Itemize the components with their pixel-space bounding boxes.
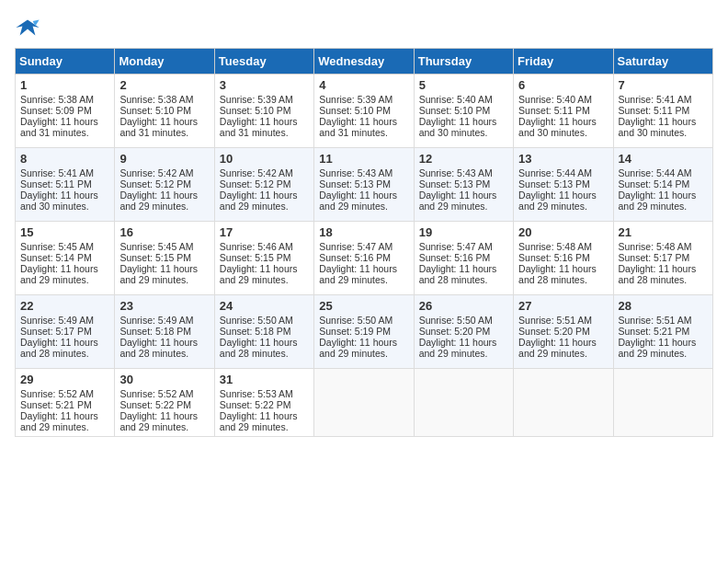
daylight: Daylight: 11 hours and 31 minutes. bbox=[20, 116, 98, 138]
calendar-cell: 4Sunrise: 5:39 AMSunset: 5:10 PMDaylight… bbox=[314, 75, 414, 148]
daylight: Daylight: 11 hours and 31 minutes. bbox=[220, 116, 298, 138]
sunset: Sunset: 5:12 PM bbox=[220, 178, 291, 190]
day-number: 21 bbox=[619, 225, 708, 239]
day-number: 13 bbox=[518, 152, 608, 166]
sunrise: Sunrise: 5:45 AM bbox=[20, 241, 94, 252]
day-number: 23 bbox=[119, 299, 209, 313]
day-number: 31 bbox=[220, 373, 309, 386]
day-number: 5 bbox=[419, 78, 508, 92]
calendar-cell: 18Sunrise: 5:47 AMSunset: 5:16 PMDayligh… bbox=[314, 222, 414, 295]
day-number: 9 bbox=[119, 152, 209, 166]
calendar-cell: 24Sunrise: 5:50 AMSunset: 5:18 PMDayligh… bbox=[214, 295, 313, 369]
day-number: 26 bbox=[419, 299, 508, 313]
sunset: Sunset: 5:09 PM bbox=[20, 105, 92, 116]
col-header-friday: Friday bbox=[514, 49, 613, 75]
sunset: Sunset: 5:14 PM bbox=[20, 252, 92, 263]
daylight: Daylight: 11 hours and 29 minutes. bbox=[20, 410, 98, 432]
sunrise: Sunrise: 5:50 AM bbox=[220, 315, 293, 326]
daylight: Daylight: 11 hours and 28 minutes. bbox=[119, 337, 198, 359]
day-number: 14 bbox=[619, 152, 708, 166]
calendar-cell: 17Sunrise: 5:46 AMSunset: 5:15 PMDayligh… bbox=[214, 222, 313, 295]
daylight: Daylight: 11 hours and 29 minutes. bbox=[419, 190, 497, 212]
sunset: Sunset: 5:15 PM bbox=[220, 252, 291, 263]
calendar-table: SundayMondayTuesdayWednesdayThursdayFrid… bbox=[15, 48, 713, 437]
sunrise: Sunrise: 5:42 AM bbox=[220, 167, 293, 178]
col-header-saturday: Saturday bbox=[613, 49, 712, 75]
sunset: Sunset: 5:20 PM bbox=[518, 326, 590, 337]
calendar-cell: 26Sunrise: 5:50 AMSunset: 5:20 PMDayligh… bbox=[414, 295, 513, 369]
calendar-cell: 6Sunrise: 5:40 AMSunset: 5:11 PMDaylight… bbox=[514, 75, 613, 148]
sunset: Sunset: 5:14 PM bbox=[619, 178, 690, 190]
day-number: 12 bbox=[419, 152, 508, 166]
sunrise: Sunrise: 5:43 AM bbox=[319, 167, 392, 178]
daylight: Daylight: 11 hours and 29 minutes. bbox=[20, 263, 98, 285]
col-header-wednesday: Wednesday bbox=[314, 49, 414, 75]
day-number: 3 bbox=[220, 78, 309, 92]
day-number: 2 bbox=[119, 78, 209, 92]
col-header-tuesday: Tuesday bbox=[214, 49, 313, 75]
day-number: 22 bbox=[20, 299, 109, 313]
calendar-cell: 13Sunrise: 5:44 AMSunset: 5:13 PMDayligh… bbox=[514, 148, 613, 222]
day-number: 29 bbox=[20, 373, 109, 386]
sunrise: Sunrise: 5:50 AM bbox=[419, 315, 493, 326]
daylight: Daylight: 11 hours and 29 minutes. bbox=[220, 410, 298, 432]
daylight: Daylight: 11 hours and 30 minutes. bbox=[419, 116, 497, 138]
calendar-cell: 31Sunrise: 5:53 AMSunset: 5:22 PMDayligh… bbox=[214, 369, 313, 437]
sunset: Sunset: 5:10 PM bbox=[419, 105, 491, 116]
calendar-cell: 11Sunrise: 5:43 AMSunset: 5:13 PMDayligh… bbox=[314, 148, 414, 222]
calendar-cell: 8Sunrise: 5:41 AMSunset: 5:11 PMDaylight… bbox=[16, 148, 115, 222]
sunset: Sunset: 5:10 PM bbox=[220, 105, 291, 116]
sunset: Sunset: 5:21 PM bbox=[619, 326, 690, 337]
sunset: Sunset: 5:19 PM bbox=[319, 326, 391, 337]
sunrise: Sunrise: 5:50 AM bbox=[319, 315, 392, 326]
daylight: Daylight: 11 hours and 28 minutes. bbox=[20, 337, 98, 359]
day-number: 24 bbox=[220, 299, 309, 313]
daylight: Daylight: 11 hours and 28 minutes. bbox=[419, 263, 497, 285]
day-number: 7 bbox=[619, 78, 708, 92]
sunrise: Sunrise: 5:52 AM bbox=[119, 388, 193, 399]
sunrise: Sunrise: 5:49 AM bbox=[20, 315, 94, 326]
col-header-monday: Monday bbox=[115, 49, 214, 75]
daylight: Daylight: 11 hours and 29 minutes. bbox=[319, 190, 397, 212]
day-number: 4 bbox=[319, 78, 408, 92]
sunrise: Sunrise: 5:45 AM bbox=[119, 241, 193, 252]
daylight: Daylight: 11 hours and 29 minutes. bbox=[119, 410, 198, 432]
sunset: Sunset: 5:18 PM bbox=[220, 326, 291, 337]
day-number: 18 bbox=[319, 225, 408, 239]
daylight: Daylight: 11 hours and 29 minutes. bbox=[319, 263, 397, 285]
day-number: 28 bbox=[619, 299, 708, 313]
daylight: Daylight: 11 hours and 28 minutes. bbox=[619, 263, 697, 285]
calendar-cell: 3Sunrise: 5:39 AMSunset: 5:10 PMDaylight… bbox=[214, 75, 313, 148]
day-number: 27 bbox=[518, 299, 608, 313]
calendar-cell: 22Sunrise: 5:49 AMSunset: 5:17 PMDayligh… bbox=[16, 295, 115, 369]
logo bbox=[15, 15, 44, 40]
daylight: Daylight: 11 hours and 28 minutes. bbox=[518, 263, 597, 285]
daylight: Daylight: 11 hours and 29 minutes. bbox=[119, 263, 198, 285]
sunrise: Sunrise: 5:42 AM bbox=[119, 167, 193, 178]
daylight: Daylight: 11 hours and 30 minutes. bbox=[518, 116, 597, 138]
sunrise: Sunrise: 5:41 AM bbox=[619, 94, 692, 105]
sunrise: Sunrise: 5:38 AM bbox=[20, 94, 94, 105]
calendar-cell: 29Sunrise: 5:52 AMSunset: 5:21 PMDayligh… bbox=[16, 369, 115, 437]
sunrise: Sunrise: 5:48 AM bbox=[619, 241, 692, 252]
sunrise: Sunrise: 5:51 AM bbox=[518, 315, 592, 326]
sunset: Sunset: 5:16 PM bbox=[518, 252, 590, 263]
sunrise: Sunrise: 5:53 AM bbox=[220, 388, 293, 399]
sunrise: Sunrise: 5:52 AM bbox=[20, 388, 94, 399]
day-number: 17 bbox=[220, 225, 309, 239]
calendar-cell: 5Sunrise: 5:40 AMSunset: 5:10 PMDaylight… bbox=[414, 75, 513, 148]
daylight: Daylight: 11 hours and 29 minutes. bbox=[518, 190, 597, 212]
sunset: Sunset: 5:10 PM bbox=[319, 105, 391, 116]
sunrise: Sunrise: 5:38 AM bbox=[119, 94, 193, 105]
daylight: Daylight: 11 hours and 31 minutes. bbox=[119, 116, 198, 138]
sunrise: Sunrise: 5:40 AM bbox=[518, 94, 592, 105]
sunset: Sunset: 5:22 PM bbox=[220, 399, 291, 410]
sunrise: Sunrise: 5:46 AM bbox=[220, 241, 293, 252]
sunrise: Sunrise: 5:47 AM bbox=[319, 241, 392, 252]
daylight: Daylight: 11 hours and 29 minutes. bbox=[419, 337, 497, 359]
calendar-cell: 27Sunrise: 5:51 AMSunset: 5:20 PMDayligh… bbox=[514, 295, 613, 369]
daylight: Daylight: 11 hours and 29 minutes. bbox=[319, 337, 397, 359]
calendar-cell: 10Sunrise: 5:42 AMSunset: 5:12 PMDayligh… bbox=[214, 148, 313, 222]
calendar-cell: 7Sunrise: 5:41 AMSunset: 5:11 PMDaylight… bbox=[613, 75, 712, 148]
calendar-cell: 9Sunrise: 5:42 AMSunset: 5:12 PMDaylight… bbox=[115, 148, 214, 222]
